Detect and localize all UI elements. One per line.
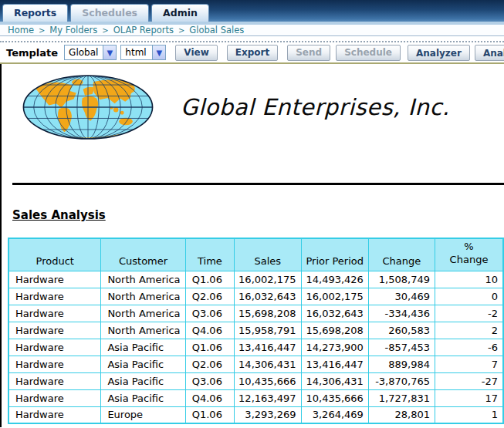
table-cell: North America (101, 305, 185, 322)
breadcrumb-separator: > (178, 26, 184, 35)
template-select-value: Global (65, 45, 103, 59)
table-cell: 3,293,269 (235, 406, 301, 423)
table-cell: 17 (435, 389, 504, 406)
breadcrumb-item-home[interactable]: Home (8, 25, 34, 35)
table-cell: Q4.06 (185, 322, 234, 339)
section-title: Sales Analysis (12, 208, 106, 222)
send-button[interactable]: Send (287, 45, 330, 61)
breadcrumb-item-my-folders[interactable]: My Folders (49, 25, 97, 35)
table-cell: Q3.06 (185, 372, 234, 389)
table-cell: Q1.06 (185, 271, 234, 288)
table-cell: 260,583 (368, 322, 435, 339)
table-cell: 1,508,749 (368, 271, 435, 288)
table-cell: -857,453 (368, 339, 435, 356)
table-cell: -27 (435, 372, 504, 389)
table-cell: Asia Pacific (101, 372, 185, 389)
view-button[interactable]: View (175, 45, 217, 61)
table-row: HardwareNorth AmericaQ1.0616,002,17514,4… (8, 271, 503, 288)
table-cell: 14,493,426 (301, 271, 368, 288)
schedule-button[interactable]: Schedule (336, 45, 401, 61)
app-window: Reports Schedules Admin Home > My Folder… (0, 0, 504, 428)
analyzer-button-2[interactable]: Analyzer (475, 45, 504, 61)
table-cell: 15,958,791 (235, 322, 301, 339)
table-row: HardwareNorth AmericaQ2.0616,032,64316,0… (8, 288, 503, 305)
table-cell: Hardware (8, 406, 101, 423)
template-toolbar: Template Global ▼ html ▼ View Export Sen… (0, 42, 504, 64)
table-cell: 28,801 (368, 406, 435, 423)
report-header: Global Enterprises, Inc. (22, 72, 504, 142)
table-cell: Q3.06 (185, 305, 234, 322)
chevron-down-icon[interactable]: ▼ (152, 45, 165, 59)
table-cell: 15,698,208 (235, 305, 301, 322)
table-cell: -2 (435, 305, 504, 322)
analyzer-button[interactable]: Analyzer (408, 45, 470, 61)
table-cell: 10,435,666 (301, 389, 368, 406)
table-cell: Q1.06 (185, 406, 234, 423)
table-cell: 2 (435, 322, 504, 339)
template-label: Template (6, 47, 58, 59)
company-name: Global Enterprises, Inc. (181, 94, 450, 120)
table-cell: North America (101, 288, 185, 305)
toolbar-right-group: Analyzer Analyzer (408, 45, 504, 61)
chevron-down-icon[interactable]: ▼ (103, 45, 116, 59)
table-cell: Hardware (8, 305, 101, 322)
table-cell: 0 (435, 288, 504, 305)
table-row: HardwareNorth AmericaQ4.0615,958,79115,6… (8, 322, 503, 339)
column-header-prior-period: Prior Period (301, 238, 368, 271)
table-cell: 10 (435, 271, 504, 288)
tab-admin[interactable]: Admin (151, 4, 209, 22)
top-banner: Reports Schedules Admin (0, 0, 504, 22)
table-cell: 15,698,208 (301, 322, 368, 339)
tab-schedules[interactable]: Schedules (70, 4, 149, 22)
table-cell: 16,032,643 (301, 305, 368, 322)
table-cell: Hardware (8, 339, 101, 356)
table-cell: Asia Pacific (101, 389, 185, 406)
format-select-value: html (121, 45, 152, 59)
table-cell: Q4.06 (185, 389, 234, 406)
breadcrumb-separator: > (102, 26, 108, 35)
export-button[interactable]: Export (227, 45, 278, 61)
table-row: HardwareAsia PacificQ3.0610,435,66614,30… (8, 372, 503, 389)
column-header-pct-change: % Change (435, 238, 504, 271)
table-cell: 30,469 (368, 288, 435, 305)
tab-reports[interactable]: Reports (2, 4, 68, 22)
table-cell: 14,306,431 (235, 356, 301, 372)
template-select[interactable]: Global ▼ (64, 45, 117, 60)
table-cell: 14,306,431 (301, 372, 368, 389)
table-cell: 14,273,900 (301, 339, 368, 356)
table-cell: Hardware (8, 288, 101, 305)
table-cell: -3,870,765 (368, 372, 435, 389)
table-cell: Q1.06 (185, 339, 234, 356)
table-row: HardwareAsia PacificQ2.0614,306,43113,41… (8, 356, 503, 372)
table-cell: Q2.06 (185, 288, 234, 305)
breadcrumb-separator: > (39, 26, 45, 35)
table-cell: 1,727,831 (368, 389, 435, 406)
table-row: HardwareAsia PacificQ4.0612,163,49710,43… (8, 389, 503, 406)
breadcrumb: Home > My Folders > OLAP Reports > Globa… (0, 25, 504, 36)
table-cell: Hardware (8, 322, 101, 339)
table-cell: Hardware (8, 389, 101, 406)
table-row: HardwareEuropeQ1.063,293,2693,264,46928,… (8, 406, 503, 423)
breadcrumb-item-olap-reports[interactable]: OLAP Reports (113, 25, 174, 35)
column-header-product: Product (8, 238, 101, 271)
table-cell: 12,163,497 (235, 389, 301, 406)
table-row: HardwareAsia PacificQ1.0613,416,44714,27… (8, 339, 503, 356)
globe-world-map-icon (22, 72, 154, 142)
table-cell: Q2.06 (185, 356, 234, 372)
table-cell: Asia Pacific (101, 356, 185, 372)
table-cell: North America (101, 322, 185, 339)
format-select[interactable]: html ▼ (120, 45, 166, 60)
table-cell: Hardware (8, 356, 101, 372)
table-cell: 10,435,666 (235, 372, 301, 389)
table-row: HardwareNorth AmericaQ3.0615,698,20816,0… (8, 305, 503, 322)
table-cell: -334,436 (368, 305, 435, 322)
table-cell: 7 (435, 356, 504, 372)
table-cell: Hardware (8, 271, 101, 288)
table-cell: 13,416,447 (235, 339, 301, 356)
table-cell: 16,002,175 (235, 271, 301, 288)
column-header-time: Time (185, 238, 234, 271)
report-content: Global Enterprises, Inc. Sales Analysis … (0, 64, 504, 427)
report-divider-rule (12, 183, 504, 185)
column-header-change: Change (368, 238, 435, 271)
table-header-row: Product Customer Time Sales Prior Period… (8, 238, 503, 271)
